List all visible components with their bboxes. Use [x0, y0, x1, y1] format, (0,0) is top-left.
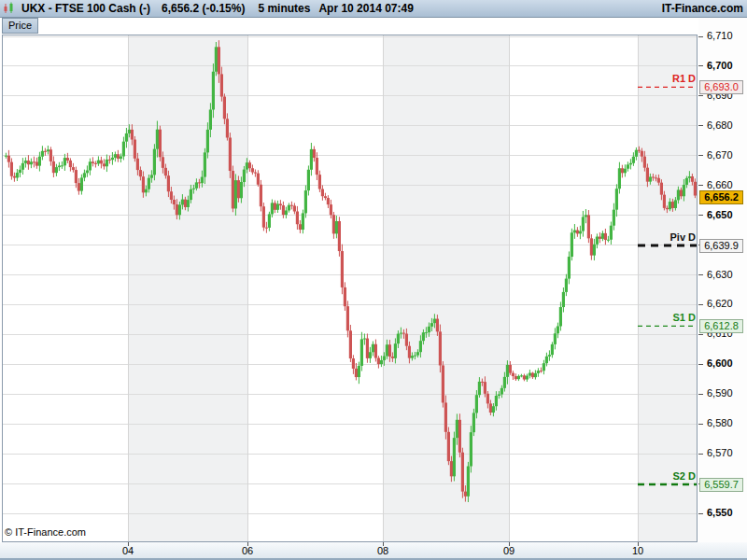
y-tick-label: 6,670 — [707, 149, 733, 161]
last-quote: 6,656.2 (-0.15%) — [162, 2, 245, 15]
current-price-box: 6,656.2 — [699, 190, 743, 204]
level-tag-r1: R1 D — [672, 73, 696, 84]
instrument-title: UKX - FTSE 100 Cash (-) — [21, 2, 150, 15]
y-tick-label: 6,710 — [707, 30, 733, 41]
timeframe-label: 5 minutes — [258, 2, 310, 15]
chart-application-window: { "header": { "symbol": "UKX - FTSE 100 … — [0, 0, 747, 560]
y-tick-label: 6,630 — [707, 269, 733, 280]
candlestick-series — [5, 40, 697, 502]
level-tag-piv: Piv D — [669, 231, 696, 243]
candlestick-icon — [3, 2, 16, 15]
level-price-box-piv: 6,639.9 — [699, 239, 743, 253]
title-bar: UKX - FTSE 100 Cash (-) 6,656.2 (-0.15%)… — [0, 0, 747, 18]
x-tick-label: 04 — [116, 545, 140, 556]
y-tick-label: 6,680 — [707, 119, 733, 131]
y-tick-label: 6,550 — [707, 507, 733, 518]
datetime-label: Apr 10 2014 07:49 — [318, 2, 413, 15]
brand-label: IT-Finance.com — [662, 2, 743, 15]
tab-price[interactable]: Price — [2, 18, 38, 34]
x-tick-label: 06 — [235, 545, 260, 556]
level-price-box-s2: 6,559.7 — [699, 478, 743, 492]
x-tick-label: 08 — [371, 545, 395, 556]
y-tick-label: 6,660 — [707, 179, 733, 190]
y-tick-label: 6,590 — [707, 387, 733, 399]
level-price-box-s1: 6,612.8 — [699, 319, 743, 333]
y-tick-label: 6,580 — [707, 417, 733, 428]
y-tick-label: 6,570 — [707, 447, 733, 458]
y-tick-label: 6,700 — [707, 60, 733, 71]
x-tick-label: 09 — [497, 545, 521, 556]
gridlines — [2, 35, 698, 541]
y-tick-label: 6,600 — [707, 357, 733, 369]
level-price-box-r1: 6,693.0 — [699, 80, 743, 94]
level-tag-s2: S2 D — [673, 470, 696, 482]
x-tick-label: 10 — [626, 545, 650, 556]
y-tick-label: 6,650 — [707, 209, 733, 220]
y-tick-label: 6,620 — [707, 298, 733, 309]
plot-border — [3, 35, 698, 542]
level-tag-s1: S1 D — [673, 312, 696, 323]
price-chart-plot[interactable] — [0, 0, 747, 560]
chart-watermark: © IT-Finance.com — [5, 526, 86, 538]
